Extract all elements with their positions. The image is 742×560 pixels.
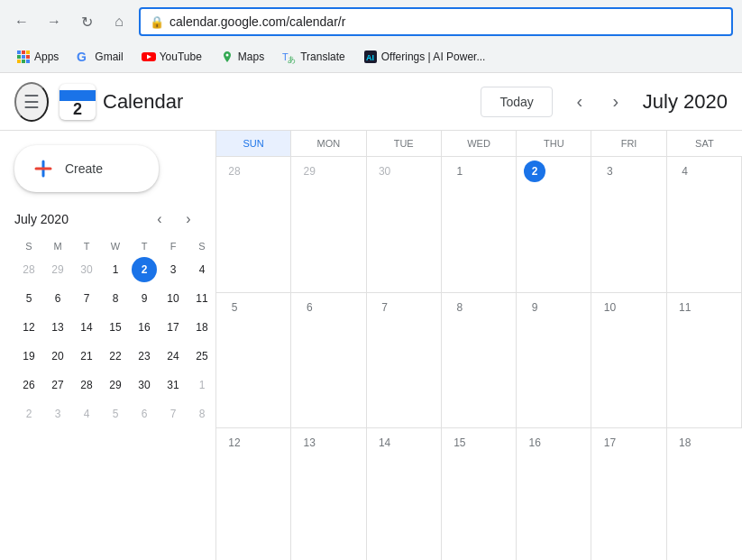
cal-cell[interactable]: 17 — [591, 428, 666, 560]
mini-cal-day[interactable]: 5 — [14, 284, 43, 313]
mini-cal-day[interactable]: 29 — [43, 255, 72, 284]
mini-cal-day[interactable]: 3 — [159, 255, 188, 284]
cal-cell[interactable]: 5 — [216, 293, 291, 429]
lock-icon: 🔒 — [150, 15, 164, 29]
cal-cell[interactable]: 4 — [667, 157, 742, 293]
address-bar[interactable]: 🔒 calendar.google.com/calendar/r — [139, 7, 733, 36]
mini-cal-day[interactable]: 9 — [130, 284, 159, 313]
mini-cal-day[interactable]: 5 — [101, 399, 130, 428]
mini-cal-day[interactable]: 4 — [188, 255, 216, 284]
cell-date-number: 2 — [524, 161, 545, 182]
cal-cell[interactable]: 1 — [442, 157, 517, 293]
bookmark-gmail-label: Gmail — [95, 50, 123, 63]
mini-cal-day[interactable]: 22 — [101, 342, 130, 371]
cal-cell[interactable]: 3 — [591, 157, 666, 293]
cell-date-number: 18 — [674, 432, 696, 454]
mini-cal-month-year: July 2020 — [14, 212, 69, 226]
mini-cal-day[interactable]: 26 — [14, 371, 43, 399]
cal-cell[interactable]: 2 — [517, 157, 591, 293]
cal-cell[interactable]: 6 — [291, 293, 366, 429]
bookmark-translate[interactable]: T あ Translate — [275, 47, 353, 67]
bookmark-translate-label: Translate — [300, 50, 345, 63]
svg-point-12 — [225, 54, 228, 57]
next-month-button[interactable]: › — [600, 86, 632, 118]
cal-day-header: WED — [442, 131, 517, 156]
mini-cal-day[interactable]: 4 — [72, 399, 101, 428]
mini-cal-day[interactable]: 1 — [188, 371, 216, 399]
prev-month-button[interactable]: ‹ — [563, 86, 596, 118]
cal-cell[interactable]: 30 — [367, 157, 442, 293]
mini-cal-day[interactable]: 14 — [72, 313, 101, 342]
mini-cal-day[interactable]: 8 — [188, 399, 216, 428]
mini-cal-day[interactable]: 11 — [188, 284, 216, 313]
mini-cal-day[interactable]: 17 — [159, 313, 188, 342]
mini-cal-day[interactable]: 23 — [130, 342, 159, 371]
mini-cal-day[interactable]: 10 — [159, 284, 188, 313]
mini-cal-day[interactable]: 6 — [43, 284, 72, 313]
cal-cell[interactable]: 28 — [216, 157, 291, 293]
svg-rect-8 — [26, 60, 30, 63]
cell-date-number: 8 — [449, 297, 471, 318]
bookmark-youtube[interactable]: YouTube — [134, 47, 209, 67]
cal-cell[interactable]: 9 — [517, 293, 591, 429]
bookmark-maps-label: Maps — [238, 50, 264, 63]
cal-cell[interactable]: 16 — [517, 428, 591, 560]
mini-cal-day[interactable]: 3 — [43, 399, 72, 428]
cal-cell[interactable]: 15 — [442, 428, 517, 560]
mini-cal-day[interactable]: 24 — [159, 342, 188, 371]
cal-cell[interactable]: 29 — [291, 157, 366, 293]
mini-cal-prev-button[interactable]: ‹ — [147, 207, 172, 232]
home-button[interactable]: ⌂ — [106, 9, 132, 34]
mini-cal-day[interactable]: 27 — [43, 371, 72, 399]
mini-cal-day[interactable]: 7 — [159, 399, 188, 428]
cal-cell[interactable]: 13 — [291, 428, 366, 560]
cell-date-number: 13 — [298, 432, 320, 454]
mini-cal-day[interactable]: 18 — [188, 313, 216, 342]
mini-cal-day[interactable]: 31 — [159, 371, 188, 399]
cal-cell[interactable]: 14 — [367, 428, 442, 560]
mini-cal-day[interactable]: 2 — [14, 399, 43, 428]
cal-cell[interactable]: 11 — [667, 293, 742, 429]
cal-cell[interactable]: 12 — [216, 428, 291, 560]
cell-date-number: 29 — [298, 161, 320, 182]
mini-cal-day[interactable]: 19 — [14, 342, 43, 371]
bookmark-offerings[interactable]: AI Offerings | AI Power... — [356, 47, 493, 67]
mini-cal-day[interactable]: 28 — [72, 371, 101, 399]
cell-date-number: 3 — [599, 161, 620, 182]
bookmark-apps[interactable]: Apps — [9, 47, 66, 67]
mini-cal-day[interactable]: 28 — [14, 255, 43, 284]
forward-button[interactable]: → — [41, 9, 67, 34]
mini-cal-day[interactable]: 21 — [72, 342, 101, 371]
cal-cell[interactable]: 10 — [591, 293, 666, 429]
mini-cal-day[interactable]: 6 — [130, 399, 159, 428]
cal-cell[interactable]: 8 — [442, 293, 517, 429]
mini-cal-day[interactable]: 29 — [101, 371, 130, 399]
mini-cal-day[interactable]: 16 — [130, 313, 159, 342]
bookmark-gmail[interactable]: G Gmail — [69, 47, 130, 67]
bookmark-maps[interactable]: Maps — [213, 47, 271, 67]
mini-cal-day-header-wed: W — [101, 239, 130, 255]
cal-cell[interactable]: 18 — [667, 428, 742, 560]
calendar-app-icon: 2 — [60, 84, 96, 120]
youtube-icon — [142, 50, 156, 64]
browser-chrome: ← → ↻ ⌂ 🔒 calendar.google.com/calendar/r — [0, 0, 742, 73]
today-button[interactable]: Today — [481, 87, 552, 117]
cell-date-number: 14 — [374, 432, 396, 454]
mini-cal-next-button[interactable]: › — [176, 207, 201, 232]
refresh-button[interactable]: ↻ — [74, 9, 99, 34]
mini-cal-day[interactable]: 2 — [130, 255, 159, 284]
mini-cal-day[interactable]: 30 — [130, 371, 159, 399]
cal-cell[interactable]: 7 — [367, 293, 442, 429]
mini-cal-day[interactable]: 12 — [14, 313, 43, 342]
mini-cal-day[interactable]: 25 — [188, 342, 216, 371]
mini-cal-day[interactable]: 15 — [101, 313, 130, 342]
mini-cal-day[interactable]: 1 — [101, 255, 130, 284]
mini-cal-day[interactable]: 8 — [101, 284, 130, 313]
create-button[interactable]: Create — [14, 145, 159, 192]
back-button[interactable]: ← — [9, 9, 34, 34]
mini-cal-day[interactable]: 20 — [43, 342, 72, 371]
mini-cal-day[interactable]: 7 — [72, 284, 101, 313]
mini-cal-day[interactable]: 30 — [72, 255, 101, 284]
mini-cal-day[interactable]: 13 — [43, 313, 72, 342]
menu-button[interactable]: ☰ — [14, 82, 49, 122]
